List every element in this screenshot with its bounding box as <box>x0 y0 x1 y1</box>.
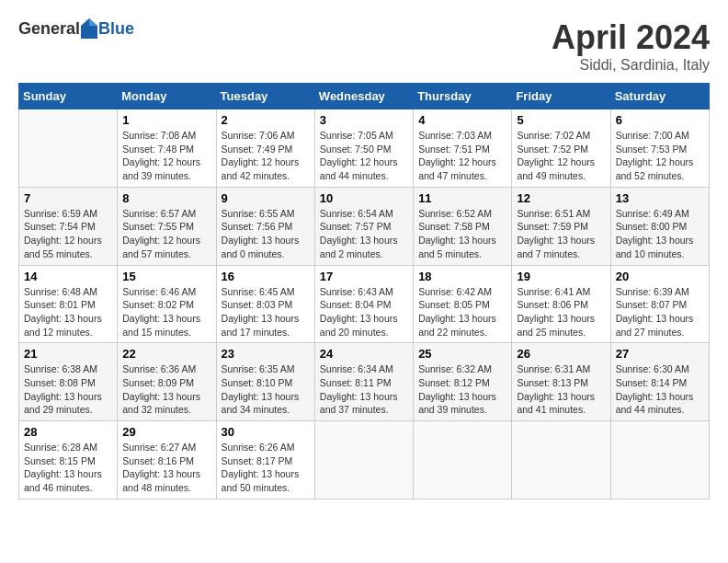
calendar-cell: 23Sunrise: 6:35 AM Sunset: 8:10 PM Dayli… <box>216 343 314 421</box>
day-number: 25 <box>418 347 506 361</box>
calendar-cell: 11Sunrise: 6:52 AM Sunset: 7:58 PM Dayli… <box>414 187 512 265</box>
day-info: Sunrise: 6:55 AM Sunset: 7:56 PM Dayligh… <box>222 207 310 261</box>
day-info: Sunrise: 6:45 AM Sunset: 8:03 PM Dayligh… <box>222 285 310 339</box>
calendar-week-1: 1Sunrise: 7:08 AM Sunset: 7:48 PM Daylig… <box>19 109 710 188</box>
weekday-header-row: SundayMondayTuesdayWednesdayThursdayFrid… <box>19 84 710 109</box>
day-number: 16 <box>222 270 310 283</box>
day-info: Sunrise: 6:31 AM Sunset: 8:13 PM Dayligh… <box>517 362 605 417</box>
day-info: Sunrise: 7:08 AM Sunset: 7:48 PM Dayligh… <box>122 129 210 183</box>
day-number: 21 <box>24 347 112 361</box>
weekday-header-tuesday: Tuesday <box>216 84 314 109</box>
day-number: 23 <box>222 347 310 361</box>
calendar-cell <box>414 421 512 500</box>
weekday-header-friday: Friday <box>512 84 610 109</box>
day-info: Sunrise: 6:46 AM Sunset: 8:02 PM Dayligh… <box>122 285 210 339</box>
calendar-cell: 15Sunrise: 6:46 AM Sunset: 8:02 PM Dayli… <box>118 265 216 343</box>
calendar-cell: 30Sunrise: 6:26 AM Sunset: 8:17 PM Dayli… <box>216 421 314 500</box>
calendar-cell: 5Sunrise: 7:02 AM Sunset: 7:52 PM Daylig… <box>512 109 610 188</box>
location-title: Siddi, Sardinia, Italy <box>552 57 710 74</box>
day-number: 13 <box>616 191 704 205</box>
day-number: 17 <box>320 270 408 283</box>
calendar-cell: 4Sunrise: 7:03 AM Sunset: 7:51 PM Daylig… <box>414 109 512 188</box>
day-info: Sunrise: 6:30 AM Sunset: 8:14 PM Dayligh… <box>616 362 704 417</box>
day-number: 1 <box>122 113 210 127</box>
day-info: Sunrise: 6:57 AM Sunset: 7:55 PM Dayligh… <box>122 207 210 261</box>
day-info: Sunrise: 6:41 AM Sunset: 8:06 PM Dayligh… <box>517 285 605 339</box>
day-info: Sunrise: 6:51 AM Sunset: 7:59 PM Dayligh… <box>517 207 605 261</box>
logo-blue: Blue <box>98 19 134 39</box>
day-info: Sunrise: 7:03 AM Sunset: 7:51 PM Dayligh… <box>418 129 506 183</box>
day-number: 29 <box>122 425 210 439</box>
day-info: Sunrise: 6:54 AM Sunset: 7:57 PM Dayligh… <box>320 207 408 261</box>
day-info: Sunrise: 6:39 AM Sunset: 8:07 PM Dayligh… <box>616 285 704 339</box>
day-info: Sunrise: 6:42 AM Sunset: 8:05 PM Dayligh… <box>418 285 506 339</box>
calendar-cell: 1Sunrise: 7:08 AM Sunset: 7:48 PM Daylig… <box>118 109 216 188</box>
calendar-cell: 2Sunrise: 7:06 AM Sunset: 7:49 PM Daylig… <box>216 109 314 188</box>
calendar-cell: 14Sunrise: 6:48 AM Sunset: 8:01 PM Dayli… <box>19 265 118 343</box>
day-info: Sunrise: 7:06 AM Sunset: 7:49 PM Dayligh… <box>222 129 310 183</box>
logo: General Blue <box>18 18 134 39</box>
calendar-cell: 18Sunrise: 6:42 AM Sunset: 8:05 PM Dayli… <box>414 265 512 343</box>
weekday-header-monday: Monday <box>118 84 216 109</box>
day-number: 15 <box>122 270 210 283</box>
day-info: Sunrise: 6:38 AM Sunset: 8:08 PM Dayligh… <box>24 362 112 417</box>
calendar-cell <box>610 421 709 500</box>
weekday-header-wednesday: Wednesday <box>314 84 413 109</box>
calendar-week-2: 7Sunrise: 6:59 AM Sunset: 7:54 PM Daylig… <box>19 187 710 265</box>
weekday-header-saturday: Saturday <box>610 84 709 109</box>
calendar-week-4: 21Sunrise: 6:38 AM Sunset: 8:08 PM Dayli… <box>19 343 710 421</box>
day-number: 12 <box>517 191 605 205</box>
calendar-header: SundayMondayTuesdayWednesdayThursdayFrid… <box>19 84 710 109</box>
day-number: 27 <box>616 347 704 361</box>
calendar-cell <box>512 421 610 500</box>
day-number: 7 <box>24 191 112 205</box>
weekday-header-sunday: Sunday <box>19 84 118 109</box>
calendar-body: 1Sunrise: 7:08 AM Sunset: 7:48 PM Daylig… <box>19 109 710 500</box>
day-info: Sunrise: 6:34 AM Sunset: 8:11 PM Dayligh… <box>320 362 408 417</box>
calendar-cell: 25Sunrise: 6:32 AM Sunset: 8:12 PM Dayli… <box>414 343 512 421</box>
calendar-cell: 22Sunrise: 6:36 AM Sunset: 8:09 PM Dayli… <box>118 343 216 421</box>
calendar-cell: 21Sunrise: 6:38 AM Sunset: 8:08 PM Dayli… <box>19 343 118 421</box>
day-info: Sunrise: 6:35 AM Sunset: 8:10 PM Dayligh… <box>222 362 310 417</box>
day-info: Sunrise: 6:36 AM Sunset: 8:09 PM Dayligh… <box>122 362 210 417</box>
day-number: 26 <box>517 347 605 361</box>
calendar-cell: 28Sunrise: 6:28 AM Sunset: 8:15 PM Dayli… <box>19 421 118 500</box>
day-info: Sunrise: 7:02 AM Sunset: 7:52 PM Dayligh… <box>517 129 605 183</box>
day-info: Sunrise: 6:52 AM Sunset: 7:58 PM Dayligh… <box>418 207 506 261</box>
calendar-cell: 8Sunrise: 6:57 AM Sunset: 7:55 PM Daylig… <box>118 187 216 265</box>
weekday-header-thursday: Thursday <box>414 84 512 109</box>
day-number: 6 <box>616 113 704 127</box>
calendar-cell: 13Sunrise: 6:49 AM Sunset: 8:00 PM Dayli… <box>610 187 709 265</box>
day-number: 10 <box>320 191 408 205</box>
calendar-cell: 16Sunrise: 6:45 AM Sunset: 8:03 PM Dayli… <box>216 265 314 343</box>
day-number: 30 <box>222 425 310 439</box>
calendar-cell: 9Sunrise: 6:55 AM Sunset: 7:56 PM Daylig… <box>216 187 314 265</box>
day-info: Sunrise: 6:43 AM Sunset: 8:04 PM Dayligh… <box>320 285 408 339</box>
day-number: 14 <box>24 270 112 283</box>
month-title: April 2024 <box>552 18 710 57</box>
day-number: 2 <box>222 113 310 127</box>
calendar-table: SundayMondayTuesdayWednesdayThursdayFrid… <box>18 83 710 500</box>
calendar-cell: 24Sunrise: 6:34 AM Sunset: 8:11 PM Dayli… <box>314 343 413 421</box>
day-info: Sunrise: 6:32 AM Sunset: 8:12 PM Dayligh… <box>418 362 506 417</box>
calendar-cell: 6Sunrise: 7:00 AM Sunset: 7:53 PM Daylig… <box>610 109 709 188</box>
day-info: Sunrise: 6:26 AM Sunset: 8:17 PM Dayligh… <box>222 441 310 495</box>
svg-marker-1 <box>89 18 97 26</box>
calendar-cell: 27Sunrise: 6:30 AM Sunset: 8:14 PM Dayli… <box>610 343 709 421</box>
day-info: Sunrise: 6:59 AM Sunset: 7:54 PM Dayligh… <box>24 207 112 261</box>
calendar-week-3: 14Sunrise: 6:48 AM Sunset: 8:01 PM Dayli… <box>19 265 710 343</box>
calendar-cell: 19Sunrise: 6:41 AM Sunset: 8:06 PM Dayli… <box>512 265 610 343</box>
calendar-cell: 29Sunrise: 6:27 AM Sunset: 8:16 PM Dayli… <box>118 421 216 500</box>
calendar-cell: 20Sunrise: 6:39 AM Sunset: 8:07 PM Dayli… <box>610 265 709 343</box>
calendar-cell: 26Sunrise: 6:31 AM Sunset: 8:13 PM Dayli… <box>512 343 610 421</box>
day-number: 5 <box>517 113 605 127</box>
calendar-cell: 3Sunrise: 7:05 AM Sunset: 7:50 PM Daylig… <box>314 109 413 188</box>
calendar-cell: 7Sunrise: 6:59 AM Sunset: 7:54 PM Daylig… <box>19 187 118 265</box>
day-number: 22 <box>122 347 210 361</box>
calendar-cell: 10Sunrise: 6:54 AM Sunset: 7:57 PM Dayli… <box>314 187 413 265</box>
calendar-cell <box>314 421 413 500</box>
day-number: 9 <box>222 191 310 205</box>
day-info: Sunrise: 6:27 AM Sunset: 8:16 PM Dayligh… <box>122 441 210 495</box>
day-number: 11 <box>418 191 506 205</box>
calendar-cell: 12Sunrise: 6:51 AM Sunset: 7:59 PM Dayli… <box>512 187 610 265</box>
